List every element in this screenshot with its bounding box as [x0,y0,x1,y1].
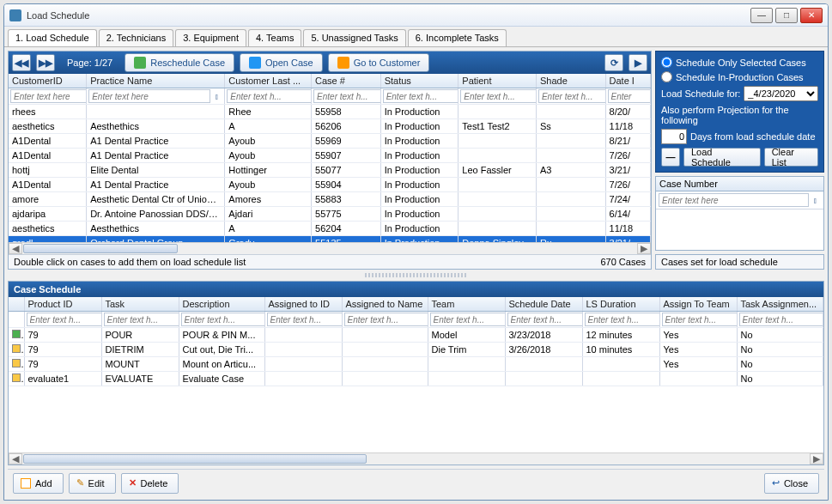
column-filter[interactable] [430,313,506,326]
column-header[interactable]: Product ID [24,297,101,312]
column-header[interactable]: Date I [605,74,650,88]
case-number-list: Case Number ⫾ [655,176,824,251]
cases-set-status: Cases set for load schedule [655,254,824,270]
column-filter[interactable] [267,313,343,326]
column-header[interactable] [9,297,24,312]
column-header[interactable]: Case # [312,74,381,88]
table-row[interactable]: hottjElite DentalHottinger55077In Produc… [9,163,651,178]
close-panel-button[interactable]: ↩Close [764,473,819,494]
column-filter[interactable] [608,89,651,103]
column-filter[interactable] [585,313,660,326]
cases-hscrollbar[interactable]: ◀▶ [9,242,651,254]
cases-grid[interactable]: CustomerIDPractice NameCustomer Last ...… [9,74,651,242]
column-filter[interactable] [227,89,311,103]
table-row[interactable]: evaluate1EVALUATEEvaluate CaseNo [9,372,823,386]
radio-selected-cases[interactable]: Schedule Only Selected Cases [661,57,818,68]
table-row[interactable]: rheesRhee55958In Production8/20/ [9,105,651,119]
column-header[interactable]: Shade [536,74,605,88]
table-row[interactable]: amoreAesthetic Dental Ctr of Union Squar… [9,192,651,207]
table-row[interactable]: aestheticsAesthethicsA56204In Production… [9,222,651,236]
open-case-button[interactable]: Open Case [240,53,323,72]
column-filter[interactable] [507,313,583,326]
column-header[interactable]: Patient [459,74,537,88]
clear-list-button[interactable]: Clear List [764,148,818,167]
radio-inproduction-cases[interactable]: Schedule In-Production Cases [661,71,818,82]
titlebar: Load Schedule — □ ✕ [4,4,828,27]
play-button[interactable]: ▶ [629,54,647,71]
column-filter[interactable] [538,89,605,103]
status-square-icon [12,330,21,338]
column-filter[interactable] [88,89,210,103]
column-filter[interactable] [460,89,536,103]
load-schedule-button[interactable]: Load Schedule [683,148,761,167]
delete-button[interactable]: ✕Delete [121,473,179,494]
column-header[interactable]: Practice Name [87,74,225,88]
column-filter[interactable] [181,313,265,326]
filter-icon[interactable]: ⫾ [212,91,222,101]
close-button[interactable]: ✕ [800,8,823,23]
column-header[interactable]: Task Assignmen... [737,297,823,312]
column-filter[interactable] [739,313,823,326]
remove-button[interactable]: — [661,148,680,167]
table-row[interactable]: A1DentalA1 Dental PracticeAyoub55907In P… [9,149,651,163]
column-header[interactable]: Status [380,74,459,88]
column-header[interactable]: LS Duration [582,297,659,312]
back-arrow-icon: ↩ [772,477,780,489]
column-filter[interactable] [313,89,380,103]
splitter-grip[interactable] [365,273,468,277]
column-header[interactable]: Schedule Date [505,297,582,312]
column-header[interactable]: Equipment [823,297,823,312]
cases-pane: ◀◀ ▶▶ Page: 1/27 Reschedule Case Open Ca… [8,51,652,270]
table-row[interactable]: ajdaripaDr. Antoine Panossian DDS/Artisa… [9,207,651,222]
refresh-grid-button[interactable]: ⟳ [604,54,623,71]
tab-incomplete[interactable]: 6. Incomplete Tasks [408,29,507,46]
table-row[interactable]: 79MOUNTMount on Articu...YesNo [9,357,823,372]
filter-icon[interactable]: ⫾ [811,195,821,205]
column-header[interactable]: Team [428,297,505,312]
case-schedule-panel: Case Schedule Product IDTaskDescriptionA… [8,281,824,465]
delete-icon: ✕ [129,477,137,489]
schedule-hscrollbar[interactable]: ◀▶ [9,452,823,465]
table-row[interactable]: A1DentalA1 Dental PracticeAyoub55904In P… [9,178,651,192]
column-header[interactable]: Assigned to Name [342,297,428,312]
column-header[interactable]: Assign To Team [659,297,737,312]
schedule-options-box: Schedule Only Selected Cases Schedule In… [655,51,824,173]
schedule-grid[interactable]: Product IDTaskDescriptionAssigned to IDA… [9,297,823,386]
column-header[interactable]: Description [179,297,264,312]
tab-equipment[interactable]: 3. Equipment [175,29,246,46]
window-title: Load Schedule [27,10,750,21]
tab-load-schedule[interactable]: 1. Load Schedule [8,29,97,46]
table-row[interactable]: A1DentalA1 Dental PracticeAyoub55969In P… [9,134,651,149]
page-label: Page: 1/27 [67,58,112,68]
column-header[interactable]: Assigned to ID [264,297,342,312]
page-next-button[interactable]: ▶▶ [36,54,55,71]
reschedule-case-button[interactable]: Reschedule Case [124,53,234,72]
table-row[interactable]: 79POURPOUR & PIN M...Model3/23/201812 mi… [9,328,823,343]
tab-unassigned[interactable]: 5. Unassigned Tasks [303,29,405,46]
goto-customer-button[interactable]: Go to Customer [328,53,430,72]
projection-days-input[interactable] [661,129,687,144]
add-icon [21,478,31,489]
edit-button[interactable]: ✎Edit [69,473,116,494]
column-filter[interactable] [662,313,738,326]
column-filter[interactable] [10,89,87,103]
column-header[interactable]: CustomerID [9,74,87,88]
tab-teams[interactable]: 4. Teams [248,29,301,46]
case-number-filter[interactable] [659,193,809,207]
column-header[interactable]: Task [101,297,179,312]
minimize-button[interactable]: — [750,8,773,23]
add-button[interactable]: Add [13,473,64,494]
page-prev-button[interactable]: ◀◀ [12,54,31,71]
maximize-button[interactable]: □ [775,8,798,23]
schedule-date-select[interactable]: _4/23/2020 [744,86,818,101]
table-row[interactable]: 79DIETRIMCut out, Die Tri...Die Trim3/26… [9,343,823,357]
table-row[interactable]: aestheticsAesthethicsA56206In Production… [9,119,651,134]
column-filter[interactable] [344,313,428,326]
column-filter[interactable] [27,313,102,326]
tab-technicians[interactable]: 2. Technicians [99,29,174,46]
column-filter[interactable] [383,89,459,103]
column-filter[interactable] [104,313,179,326]
column-header[interactable]: Customer Last ... [225,74,312,88]
cases-hint: Double click on cases to add them on loa… [14,257,246,267]
table-row[interactable]: gradlOrchard Dental GroupGrady55135In Pr… [9,236,651,243]
